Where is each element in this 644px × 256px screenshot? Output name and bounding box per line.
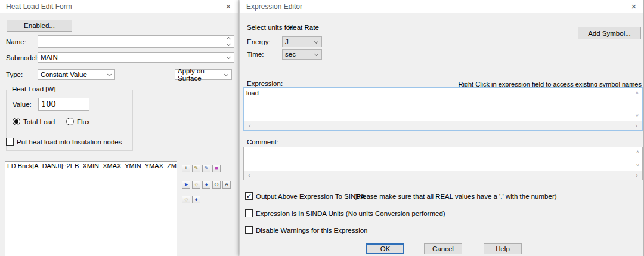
chevron-down-icon — [314, 39, 318, 44]
output-to-sinda-checkbox[interactable]: ✓ — [245, 192, 253, 200]
expression-label: Expression: — [247, 80, 283, 87]
horizontal-scrollbar[interactable]: ‹ › — [244, 121, 642, 130]
energy-value: J — [285, 38, 289, 45]
sinda-units-checkbox[interactable] — [245, 209, 253, 217]
screen: Heat Load Edit Form × Enabled... Name: S… — [0, 0, 644, 256]
list-show-all-button[interactable]: ☼ — [182, 196, 190, 203]
scroll-right-icon[interactable]: › — [635, 122, 637, 129]
total-load-radio[interactable] — [13, 118, 20, 125]
scroll-down-icon[interactable]: ˅ — [636, 162, 639, 168]
diamond-icon: ♦ — [205, 181, 208, 187]
value-label: Value: — [13, 101, 32, 108]
value-text: 100 — [41, 100, 56, 109]
energy-label: Energy: — [247, 38, 271, 45]
heat-load-titlebar[interactable]: Heat Load Edit Form × — [0, 0, 238, 13]
pencil-icon: ✎ — [194, 165, 199, 171]
letter-a-icon: A — [225, 181, 228, 187]
surface-listbox[interactable]: FD Brick[A_DANJI]::2EB XMIN XMAX YMIN YM… — [5, 161, 177, 256]
list-text-button[interactable]: A — [222, 181, 231, 189]
type-value: Constant Value — [41, 71, 87, 78]
sun-icon: ☼ — [184, 196, 188, 202]
list-circle-button[interactable]: O — [212, 181, 221, 189]
chevron-down-icon — [314, 52, 318, 56]
type-label: Type: — [6, 71, 23, 78]
list-item[interactable]: FD Brick[A_DANJI]::2EB XMIN XMAX YMIN YM… — [5, 162, 177, 170]
flux-label: Flux — [77, 118, 90, 125]
real-values-note: (Please make sure that all REAL values h… — [354, 193, 557, 200]
disable-warnings-checkbox[interactable] — [245, 226, 253, 234]
submodel-combobox[interactable]: MAIN — [38, 52, 234, 63]
time-combobox[interactable]: sec — [282, 49, 322, 60]
scroll-left-icon[interactable]: ‹ — [248, 171, 250, 178]
submodel-value: MAIN — [41, 54, 58, 61]
expression-textarea[interactable]: load ˄ ˅ ‹ › — [243, 87, 643, 131]
text-cursor — [259, 90, 259, 97]
list-show-button[interactable]: ☼ — [192, 181, 200, 189]
total-load-label: Total Load — [23, 118, 55, 125]
expression-editor-dialog: Expression Editor × Select units for: He… — [240, 0, 644, 256]
close-icon[interactable]: × — [628, 1, 640, 13]
close-icon[interactable]: × — [222, 1, 234, 13]
enabled-button[interactable]: Enabled... — [7, 20, 72, 32]
diamond-icon: ♦ — [195, 196, 198, 202]
insulation-label: Put heat load into Insulation nodes — [17, 138, 122, 146]
ok-button[interactable]: OK — [366, 243, 404, 254]
sun-icon: ☼ — [194, 181, 199, 187]
scroll-up-icon[interactable]: ˄ — [636, 90, 639, 96]
insulation-checkbox[interactable] — [6, 138, 14, 146]
scroll-left-icon[interactable]: ‹ — [249, 122, 251, 129]
chevron-down-icon — [227, 55, 231, 59]
heat-load-title: Heat Load Edit Form — [6, 2, 72, 11]
list-node-all-button[interactable]: ♦ — [192, 196, 200, 203]
time-label: Time: — [247, 51, 264, 58]
cancel-button[interactable]: Cancel — [424, 243, 462, 254]
name-spinner[interactable] — [225, 36, 233, 47]
scroll-down-icon[interactable]: ˅ — [636, 113, 639, 119]
time-value: sec — [285, 51, 296, 58]
spinner-down-icon[interactable] — [227, 42, 231, 46]
swatch-icon: ■ — [215, 165, 218, 171]
list-edit-button[interactable]: ✎ — [192, 165, 200, 172]
value-input[interactable]: 100 — [38, 98, 89, 111]
pencil-pick-icon: ✎ — [204, 165, 209, 171]
energy-combobox[interactable]: J — [282, 36, 322, 47]
name-input[interactable] — [38, 35, 234, 48]
select-units-label: Select units for: — [247, 24, 294, 31]
disable-warnings-label: Disable Warnings for this Expression — [256, 227, 367, 234]
list-node-button[interactable]: ♦ — [202, 181, 210, 189]
scroll-up-icon[interactable]: ˄ — [636, 149, 639, 155]
apply-on-combobox[interactable]: Apply on Surface — [175, 69, 232, 80]
expression-value: load — [246, 90, 259, 97]
apply-on-value: Apply on Surface — [178, 67, 221, 82]
list-pick-button[interactable]: ➤ — [182, 181, 190, 189]
letter-o-icon: O — [214, 181, 218, 187]
comment-label: Comment: — [247, 138, 278, 146]
plus-icon: + — [184, 165, 187, 171]
name-label: Name: — [6, 38, 26, 45]
heat-load-edit-form-dialog: Heat Load Edit Form × Enabled... Name: S… — [0, 0, 239, 256]
list-swatch-button[interactable]: ■ — [212, 165, 221, 172]
select-units-value: Heat Rate — [288, 24, 319, 31]
expression-editor-title: Expression Editor — [246, 2, 302, 11]
flux-radio[interactable] — [66, 118, 74, 125]
list-add-button[interactable]: + — [182, 165, 190, 172]
chevron-down-icon — [224, 72, 228, 76]
spinner-up-icon[interactable] — [227, 37, 231, 41]
horizontal-scrollbar[interactable]: ‹ › — [244, 171, 642, 180]
heat-load-group-title: Heat Load [W] — [10, 85, 58, 92]
comment-textarea[interactable]: ˄ ˅ ‹ › — [243, 147, 643, 180]
sinda-units-label: Expression is in SINDA Units (No units C… — [256, 210, 445, 217]
expression-editor-titlebar[interactable]: Expression Editor × — [240, 0, 643, 13]
submodel-label: Submodel: — [6, 54, 39, 61]
chevron-down-icon — [107, 72, 112, 76]
arrow-icon: ➤ — [184, 181, 188, 187]
help-button[interactable]: Help — [484, 243, 522, 254]
scroll-right-icon[interactable]: › — [636, 171, 638, 178]
list-edit-pick-button[interactable]: ✎ — [202, 165, 210, 172]
type-combobox[interactable]: Constant Value — [38, 69, 115, 80]
check-icon: ✓ — [246, 192, 252, 199]
output-to-sinda-label: Output Above Expression To SINDA — [256, 193, 365, 200]
add-symbol-button[interactable]: Add Symbol... — [578, 27, 641, 39]
